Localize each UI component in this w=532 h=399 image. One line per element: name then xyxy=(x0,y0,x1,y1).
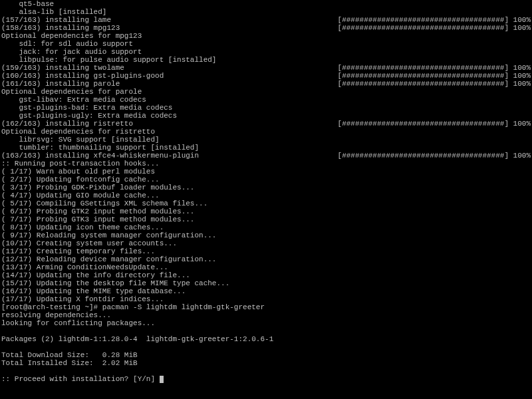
cursor[interactable] xyxy=(160,376,164,383)
terminal-line: tumbler: thumbnailing support [installed… xyxy=(1,144,531,152)
line-left: ( 4/17) Updating GIO module cache... xyxy=(1,192,160,200)
terminal-line: ( 3/17) Probing GDK-Pixbuf loader module… xyxy=(1,184,531,192)
line-left: (13/17) Arming ConditionNeedsUpdate... xyxy=(1,263,168,271)
line-left: Optional dependencies for parole xyxy=(1,88,142,96)
terminal-line: ( 7/17) Probing GTK3 input method module… xyxy=(1,215,531,223)
line-left: Total Download Size: 0.28 MiB xyxy=(1,351,138,359)
terminal-line: Optional dependencies for ristretto xyxy=(1,128,531,136)
terminal-line: (11/17) Creating temporary files... xyxy=(1,247,531,255)
terminal-line: (159/163) installing twolame[###########… xyxy=(1,64,531,72)
terminal-line: (158/163) installing mpg123[############… xyxy=(1,24,531,32)
line-left: ( 8/17) Updating icon theme caches... xyxy=(1,223,164,231)
line-left: gst-libav: Extra media codecs xyxy=(1,96,146,104)
line-left: (161/163) installing parole xyxy=(1,80,120,88)
line-left: ( 9/17) Reloading system manager configu… xyxy=(1,231,216,239)
line-left: (159/163) installing twolame xyxy=(1,64,124,72)
terminal-line: [root@arch-testing ~]# pacman -S lightdm… xyxy=(1,303,531,311)
terminal-line: (17/17) Updating X fontdir indices... xyxy=(1,295,531,303)
terminal-line: qt5-base xyxy=(1,0,531,8)
progress-bar: [#####################################] … xyxy=(338,80,531,88)
terminal-line: ( 4/17) Updating GIO module cache... xyxy=(1,192,531,200)
line-left: resolving dependencies... xyxy=(1,311,111,319)
terminal-line: looking for conflicting packages... xyxy=(1,319,531,327)
terminal-line: (12/17) Reloading device manager configu… xyxy=(1,255,531,263)
terminal-line: ( 8/17) Updating icon theme caches... xyxy=(1,223,531,231)
progress-bar: [#####################################] … xyxy=(338,120,531,128)
line-left: Total Installed Size: 2.02 MiB xyxy=(1,359,138,367)
terminal-line: ( 6/17) Probing GTK2 input method module… xyxy=(1,207,531,215)
terminal-line: jack: for jack audio support xyxy=(1,48,531,56)
line-left: gst-plugins-bad: Extra media codecs xyxy=(1,104,172,112)
terminal-line: libpulse: for pulse audio support [insta… xyxy=(1,56,531,64)
terminal-line: Optional dependencies for parole xyxy=(1,88,531,96)
terminal-line xyxy=(1,327,531,335)
line-left: ( 6/17) Probing GTK2 input method module… xyxy=(1,207,194,215)
line-left: alsa-lib [installed] xyxy=(1,8,106,16)
line-left: (15/17) Updating the desktop file MIME t… xyxy=(1,279,229,287)
terminal-line: (13/17) Arming ConditionNeedsUpdate... xyxy=(1,263,531,271)
line-left: jack: for jack audio support xyxy=(1,48,142,56)
terminal-output[interactable]: qt5-base alsa-lib [installed](157/163) i… xyxy=(0,0,532,383)
progress-bar: [#####################################] … xyxy=(338,64,531,72)
terminal-line: sdl: for sdl audio support xyxy=(1,40,531,48)
line-left: ( 7/17) Probing GTK3 input method module… xyxy=(1,215,194,223)
terminal-line xyxy=(1,343,531,351)
line-left: (11/17) Creating temporary files... xyxy=(1,247,155,255)
line-left: Optional dependencies for ristretto xyxy=(1,128,155,136)
terminal-line: alsa-lib [installed] xyxy=(1,8,531,16)
terminal-line: (14/17) Updating the info directory file… xyxy=(1,271,531,279)
terminal-line: resolving dependencies... xyxy=(1,311,531,319)
line-left: (17/17) Updating X fontdir indices... xyxy=(1,295,164,303)
line-left: (162/163) installing ristretto xyxy=(1,120,133,128)
terminal-line: gst-plugins-bad: Extra media codecs xyxy=(1,104,531,112)
line-left: ( 2/17) Updating fontconfig cache... xyxy=(1,176,160,184)
line-left: Optional dependencies for mpg123 xyxy=(1,32,142,40)
terminal-line: (163/163) installing xfce4-whiskermenu-p… xyxy=(1,152,531,160)
terminal-line: librsvg: SVG support [installed] xyxy=(1,136,531,144)
terminal-line: Optional dependencies for mpg123 xyxy=(1,32,531,40)
line-left: (12/17) Reloading device manager configu… xyxy=(1,255,216,263)
terminal-line: gst-plugins-ugly: Extra media codecs xyxy=(1,112,531,120)
terminal-line: (157/163) installing lame[##############… xyxy=(1,16,531,24)
line-left: ( 5/17) Compiling GSettings XML schema f… xyxy=(1,200,207,207)
line-left: ( 3/17) Probing GDK-Pixbuf loader module… xyxy=(1,184,194,192)
terminal-line: :: Running post-transaction hooks... xyxy=(1,160,531,168)
line-left: :: Running post-transaction hooks... xyxy=(1,160,160,168)
terminal-line xyxy=(1,367,531,375)
line-left: (14/17) Updating the info directory file… xyxy=(1,271,190,279)
line-left: tumbler: thumbnailing support [installed… xyxy=(1,144,199,152)
terminal-line: ( 9/17) Reloading system manager configu… xyxy=(1,231,531,239)
terminal-line: Total Installed Size: 2.02 MiB xyxy=(1,359,531,367)
line-left: (158/163) installing mpg123 xyxy=(1,24,120,32)
terminal-line: Total Download Size: 0.28 MiB xyxy=(1,351,531,359)
line-left: looking for conflicting packages... xyxy=(1,319,155,327)
terminal-line: Packages (2) lightdm-1:1.28.0-4 lightdm-… xyxy=(1,335,531,343)
line-left: (16/17) Updating the MIME type database.… xyxy=(1,287,186,295)
line-left: (10/17) Creating system user accounts... xyxy=(1,239,177,247)
line-left: qt5-base xyxy=(1,0,54,8)
terminal-line: ( 5/17) Compiling GSettings XML schema f… xyxy=(1,200,531,207)
line-left: ( 1/17) Warn about old perl modules xyxy=(1,168,155,176)
terminal-line: (15/17) Updating the desktop file MIME t… xyxy=(1,279,531,287)
terminal-line: ( 1/17) Warn about old perl modules xyxy=(1,168,531,176)
progress-bar: [#####################################] … xyxy=(338,152,531,160)
progress-bar: [#####################################] … xyxy=(338,16,531,24)
line-left: libpulse: for pulse audio support [insta… xyxy=(1,56,216,64)
terminal-line: (16/17) Updating the MIME type database.… xyxy=(1,287,531,295)
line-left: (160/163) installing gst-plugins-good xyxy=(1,72,164,80)
terminal-line: gst-libav: Extra media codecs xyxy=(1,96,531,104)
terminal-line: (10/17) Creating system user accounts... xyxy=(1,239,531,247)
terminal-line: (161/163) installing parole[############… xyxy=(1,80,531,88)
line-left: Packages (2) lightdm-1:1.28.0-4 lightdm-… xyxy=(1,335,273,343)
line-left: :: Proceed with installation? [Y/n] xyxy=(1,375,164,383)
terminal-line: (160/163) installing gst-plugins-good[##… xyxy=(1,72,531,80)
terminal-line: :: Proceed with installation? [Y/n] xyxy=(1,375,531,383)
line-left: (157/163) installing lame xyxy=(1,16,111,24)
terminal-line: (162/163) installing ristretto[#########… xyxy=(1,120,531,128)
progress-bar: [#####################################] … xyxy=(338,24,531,32)
line-left: (163/163) installing xfce4-whiskermenu-p… xyxy=(1,152,199,160)
line-left: gst-plugins-ugly: Extra media codecs xyxy=(1,112,177,120)
progress-bar: [#####################################] … xyxy=(338,72,531,80)
line-left: [root@arch-testing ~]# pacman -S lightdm… xyxy=(1,303,265,311)
terminal-line: ( 2/17) Updating fontconfig cache... xyxy=(1,176,531,184)
